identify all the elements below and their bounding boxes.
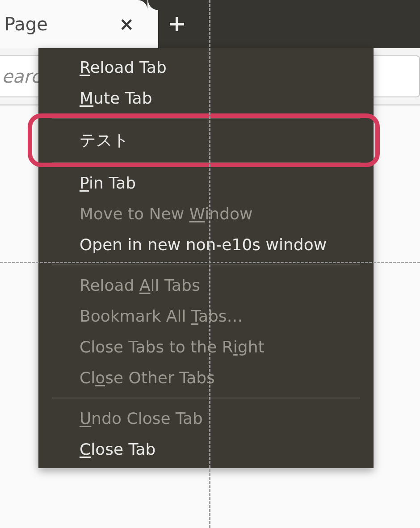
menu-item[interactable]: Close Tab [38, 434, 374, 465]
svg-rect-1 [170, 23, 184, 25]
menu-item[interactable]: Pin Tab [38, 168, 374, 198]
menu-separator [52, 162, 360, 163]
menu-separator [52, 398, 360, 398]
menu-item[interactable]: Open in new non-e10s window [38, 229, 374, 260]
plus-icon [169, 16, 185, 32]
close-icon[interactable]: × [114, 11, 139, 37]
menu-item: Move to New Window [38, 198, 374, 229]
menu-item[interactable]: Mute Tab [38, 83, 374, 113]
menu-item: Close Tabs to the Right [38, 331, 374, 362]
tab-strip: Page × [0, 0, 420, 48]
menu-item: Reload All Tabs [38, 270, 374, 301]
menu-separator [52, 264, 360, 265]
menu-item[interactable]: Reload Tab [38, 52, 374, 83]
tab-title: Page [4, 14, 114, 34]
menu-item: Close Other Tabs [38, 362, 374, 393]
menu-separator [52, 118, 360, 119]
menu-item: Undo Close Tab [38, 403, 374, 434]
tab-context-menu: Reload TabMute TabテストPin TabMove to New … [38, 48, 374, 468]
new-tab-button[interactable] [159, 0, 195, 48]
active-tab[interactable]: Page × [0, 0, 147, 48]
menu-item: Bookmark All Tabs… [38, 301, 374, 331]
menu-item[interactable]: テスト [38, 123, 374, 158]
